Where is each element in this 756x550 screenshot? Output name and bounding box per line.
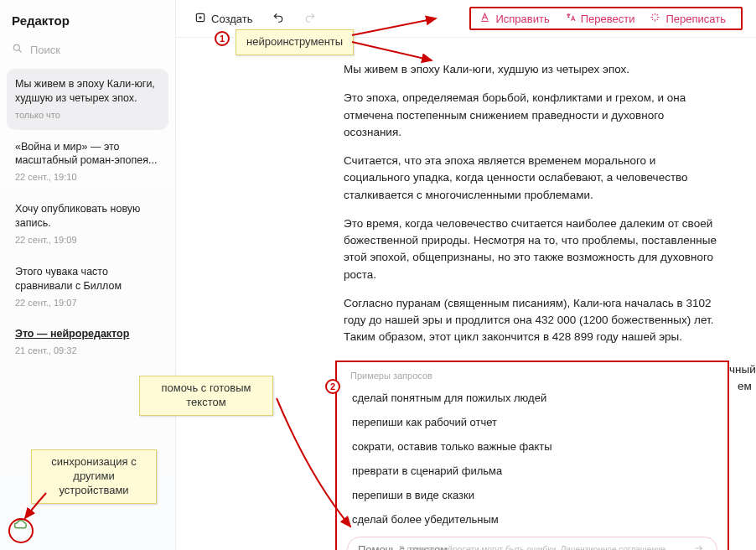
redo-icon: [304, 12, 316, 26]
annotation-badge: 1: [215, 31, 230, 46]
note-item[interactable]: Этого чувака часто сравнивали с Биллом 2…: [7, 257, 168, 318]
prompt-example[interactable]: сократи, оставив только важные факты: [347, 434, 717, 459]
undo-icon: [272, 12, 284, 26]
ai-translate-button[interactable]: Перевести: [565, 12, 635, 25]
create-button[interactable]: Создать: [189, 8, 257, 29]
undo-button[interactable]: [267, 8, 289, 29]
svg-point-0: [13, 44, 19, 50]
fix-icon: [479, 12, 490, 25]
search-input[interactable]: Поиск: [0, 38, 175, 69]
prompt-example[interactable]: преврати в сценарий фильма: [347, 459, 717, 483]
ai-tools-group: Исправить Перевести Переписать: [469, 7, 743, 30]
redo-button[interactable]: [299, 8, 321, 29]
prompt-examples-label: Примеры запросов: [347, 371, 717, 381]
svg-line-1: [19, 50, 22, 53]
ai-prompt-popup: Примеры запросов сделай понятным для пож…: [335, 361, 729, 550]
note-item[interactable]: Мы живем в эпоху Кали-юги, худшую из чет…: [7, 69, 168, 130]
prompt-example[interactable]: сделай более убедительным: [347, 507, 717, 532]
ai-rewrite-button[interactable]: Переписать: [650, 12, 726, 25]
prompt-example[interactable]: перепиши в виде сказки: [347, 483, 717, 507]
app-title: Редактор: [0, 8, 175, 38]
text-fragment: чный: [729, 361, 756, 378]
paragraph: Согласно пуранам (священным писаниям), К…: [344, 295, 722, 346]
ai-disclaimer: В ответах нейросети могут быть ошибки. Л…: [335, 542, 729, 550]
annotation-callout: нейроинструменты: [236, 29, 354, 55]
translate-icon: [565, 12, 576, 25]
paragraph: Мы живем в эпоху Кали-юги, худшую из чет…: [344, 61, 722, 78]
prompt-example[interactable]: перепиши как рабочий отчет: [347, 410, 717, 434]
annotation-badge: 2: [325, 379, 340, 394]
plus-icon: [194, 12, 206, 26]
paragraph: Это эпоха, определяемая борьбой, конфлик…: [344, 90, 722, 141]
sparkle-icon: [650, 12, 660, 25]
search-icon: [12, 43, 23, 57]
annotation-circle: [8, 518, 34, 543]
annotation-callout: синхронизация с другими устройствами: [31, 449, 157, 504]
annotation-callout: помочь с готовым текстом: [139, 376, 273, 416]
note-list: Мы живем в эпоху Кали-юги, худшую из чет…: [0, 69, 175, 510]
paragraph: Это время, когда человечество считается …: [344, 215, 722, 283]
note-item[interactable]: «Война и мир» — это масштабный роман-эпо…: [7, 132, 168, 193]
note-item[interactable]: Хочу опубликовать новую запись. 22 сент.…: [7, 194, 168, 255]
ai-fix-button[interactable]: Исправить: [479, 12, 549, 25]
search-placeholder: Поиск: [30, 44, 60, 56]
prompt-examples-list: сделай понятным для пожилых людей перепи…: [347, 386, 717, 532]
paragraph: Считается, что эта эпоха является времен…: [344, 153, 722, 204]
prompt-example[interactable]: сделай понятным для пожилых людей: [347, 386, 717, 410]
note-item[interactable]: Это — нейроредактор 21 сент., 09:32: [7, 319, 168, 366]
text-fragment: ем: [738, 378, 752, 395]
